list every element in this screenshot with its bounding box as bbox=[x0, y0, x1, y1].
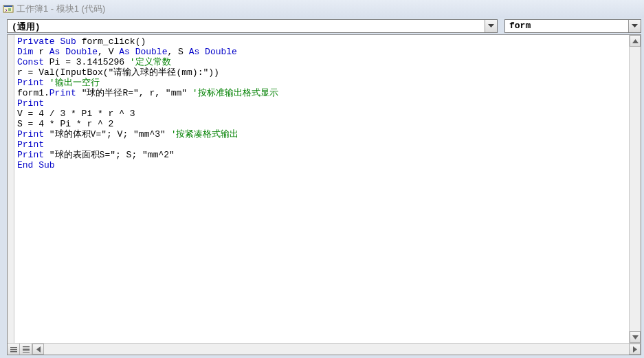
code-line: Print "球的表面积S="; S; "mm^2" bbox=[17, 150, 628, 160]
vertical-scrollbar[interactable] bbox=[629, 35, 641, 343]
svg-rect-5 bbox=[23, 346, 30, 347]
scroll-up-button[interactable] bbox=[630, 35, 641, 47]
dropdown-row: (通用) form bbox=[0, 18, 644, 34]
object-combobox-text: (通用) bbox=[8, 20, 485, 32]
chevron-down-icon[interactable] bbox=[485, 20, 497, 32]
code-line: form1.Print "球的半径R=", r, "mm" '按标准输出格式显示 bbox=[17, 88, 628, 98]
code-line: Print bbox=[17, 98, 628, 109]
svg-rect-6 bbox=[23, 348, 30, 348]
horizontal-scrollbar[interactable] bbox=[32, 344, 641, 355]
svg-rect-7 bbox=[23, 349, 30, 350]
object-combobox[interactable]: (通用) bbox=[7, 19, 498, 33]
titlebar: 工作簿1 - 模块1 (代码) bbox=[0, 0, 644, 18]
svg-rect-8 bbox=[23, 350, 30, 351]
code-line: r = Val(InputBox("请输入球的半径(mm):")) bbox=[17, 67, 628, 78]
full-module-view-button[interactable] bbox=[20, 344, 32, 355]
svg-rect-9 bbox=[23, 352, 30, 353]
code-text[interactable]: Private Sub form_click()Dim r As Double,… bbox=[17, 36, 628, 170]
scroll-track[interactable] bbox=[630, 47, 641, 331]
scroll-left-button[interactable] bbox=[32, 344, 44, 355]
code-line: Dim r As Double, V As Double, S As Doubl… bbox=[17, 47, 628, 57]
procedure-combobox-text: form bbox=[505, 20, 628, 32]
svg-rect-2 bbox=[10, 347, 17, 348]
code-line: V = 4 / 3 * Pi * r ^ 3 bbox=[17, 109, 628, 119]
svg-rect-3 bbox=[10, 349, 17, 350]
procedure-view-button[interactable] bbox=[8, 344, 20, 355]
procedure-combobox[interactable]: form bbox=[504, 19, 641, 33]
code-line: Print '输出一空行 bbox=[17, 78, 628, 88]
code-line: End Sub bbox=[17, 160, 628, 170]
chevron-down-icon[interactable] bbox=[628, 20, 641, 32]
code-line: Private Sub form_click() bbox=[17, 36, 628, 47]
scroll-right-button[interactable] bbox=[629, 344, 641, 355]
code-window: 工作簿1 - 模块1 (代码) (通用) form Private Sub fo… bbox=[0, 0, 644, 358]
margin-indicator-bar bbox=[8, 35, 14, 343]
code-area[interactable]: Private Sub form_click()Dim r As Double,… bbox=[8, 35, 641, 343]
svg-rect-4 bbox=[10, 351, 17, 353]
code-line: Const Pi = 3.1415296 '定义常数 bbox=[17, 57, 628, 67]
code-line: S = 4 * Pi * r ^ 2 bbox=[17, 119, 628, 129]
code-editor: Private Sub form_click()Dim r As Double,… bbox=[7, 34, 641, 355]
scroll-down-button[interactable] bbox=[630, 331, 641, 343]
bottom-bar bbox=[8, 343, 641, 355]
code-line: Print "球的体积V="; V; "mm^3" '按紧凑格式输出 bbox=[17, 129, 628, 139]
window-title: 工作簿1 - 模块1 (代码) bbox=[16, 3, 105, 15]
module-icon bbox=[3, 3, 14, 14]
svg-rect-1 bbox=[4, 5, 12, 7]
code-line: Print bbox=[17, 139, 628, 150]
